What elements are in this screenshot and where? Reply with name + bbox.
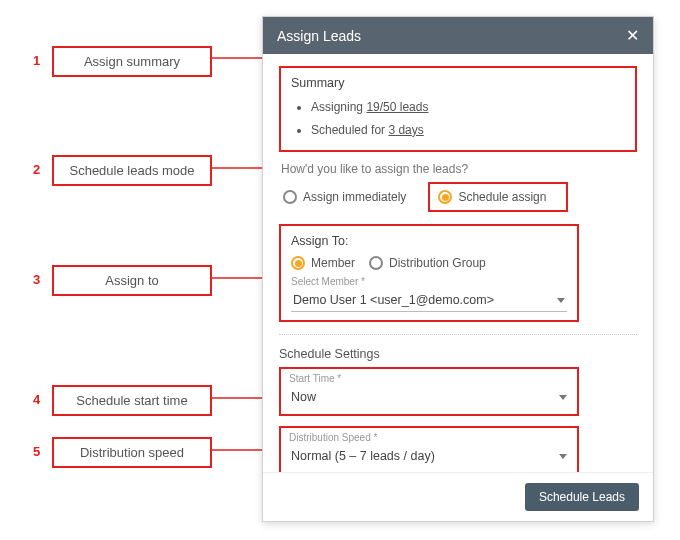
chevron-down-icon xyxy=(559,454,567,459)
summary-sched-count: 3 days xyxy=(388,123,423,137)
summary-assign-count: 19/50 leads xyxy=(366,100,428,114)
assign-to-group-label: Distribution Group xyxy=(389,256,486,270)
radio-icon xyxy=(369,256,383,270)
radio-icon-selected xyxy=(291,256,305,270)
assign-leads-panel: Assign Leads ✕ Summary Assigning 19/50 l… xyxy=(262,16,654,522)
summary-sched-text: Scheduled for xyxy=(311,123,388,137)
start-time-value: Now xyxy=(291,390,316,404)
assign-to-option-group[interactable]: Distribution Group xyxy=(369,254,486,272)
callout-label-4: Schedule start time xyxy=(76,393,187,408)
panel-header: Assign Leads ✕ xyxy=(263,17,653,54)
summary-item-assigning: Assigning 19/50 leads xyxy=(311,96,625,119)
callout-box-5: Distribution speed xyxy=(52,437,212,468)
mode-schedule-label: Schedule assign xyxy=(458,190,546,204)
assign-to-section: Assign To: Member Distribution Group Sel… xyxy=(279,224,579,322)
select-member-label: Select Member * xyxy=(291,276,567,287)
callout-label-3: Assign to xyxy=(105,273,158,288)
callout-label-5: Distribution speed xyxy=(80,445,184,460)
callout-box-2: Schedule leads mode xyxy=(52,155,212,186)
assign-to-option-member[interactable]: Member xyxy=(291,254,355,272)
callout-box-3: Assign to xyxy=(52,265,212,296)
start-time-dropdown[interactable]: Now xyxy=(289,386,569,408)
panel-footer: Schedule Leads xyxy=(263,472,653,521)
callout-number-1: 1 xyxy=(33,53,40,68)
schedule-settings-heading: Schedule Settings xyxy=(279,347,637,361)
panel-body: Summary Assigning 19/50 leads Scheduled … xyxy=(263,54,653,472)
distribution-speed-section: Distribution Speed * Normal (5 – 7 leads… xyxy=(279,426,579,472)
callout-number-4: 4 xyxy=(33,392,40,407)
mode-question: How'd you like to assign the leads? xyxy=(281,162,637,176)
summary-list: Assigning 19/50 leads Scheduled for 3 da… xyxy=(291,96,625,142)
schedule-leads-button[interactable]: Schedule Leads xyxy=(525,483,639,511)
assign-to-heading: Assign To: xyxy=(291,234,567,248)
callout-label-2: Schedule leads mode xyxy=(69,163,194,178)
radio-icon xyxy=(283,190,297,204)
chevron-down-icon xyxy=(557,298,565,303)
mode-immediate-label: Assign immediately xyxy=(303,190,406,204)
section-divider xyxy=(279,334,637,335)
close-icon[interactable]: ✕ xyxy=(626,26,639,45)
summary-item-scheduled: Scheduled for 3 days xyxy=(311,119,625,142)
chevron-down-icon xyxy=(559,395,567,400)
start-time-section: Start Time * Now xyxy=(279,367,579,416)
callout-number-3: 3 xyxy=(33,272,40,287)
callout-box-4: Schedule start time xyxy=(52,385,212,416)
summary-section: Summary Assigning 19/50 leads Scheduled … xyxy=(279,66,637,152)
mode-option-immediate[interactable]: Assign immediately xyxy=(279,184,410,210)
mode-radio-row: Assign immediately Schedule assign xyxy=(279,182,637,212)
panel-title: Assign Leads xyxy=(277,28,361,44)
assign-to-radio-row: Member Distribution Group xyxy=(291,254,567,272)
distribution-speed-label: Distribution Speed * xyxy=(289,432,569,443)
summary-heading: Summary xyxy=(291,76,625,90)
callout-label-1: Assign summary xyxy=(84,54,180,69)
callout-box-1: Assign summary xyxy=(52,46,212,77)
distribution-speed-value: Normal (5 – 7 leads / day) xyxy=(291,449,435,463)
select-member-dropdown[interactable]: Demo User 1 <user_1@demo.com> xyxy=(291,289,567,312)
callout-number-5: 5 xyxy=(33,444,40,459)
distribution-speed-dropdown[interactable]: Normal (5 – 7 leads / day) xyxy=(289,445,569,467)
summary-assign-text: Assigning xyxy=(311,100,366,114)
assign-to-member-label: Member xyxy=(311,256,355,270)
select-member-value: Demo User 1 <user_1@demo.com> xyxy=(293,293,494,307)
callout-number-2: 2 xyxy=(33,162,40,177)
start-time-label: Start Time * xyxy=(289,373,569,384)
mode-option-schedule[interactable]: Schedule assign xyxy=(428,182,568,212)
radio-icon-selected xyxy=(438,190,452,204)
